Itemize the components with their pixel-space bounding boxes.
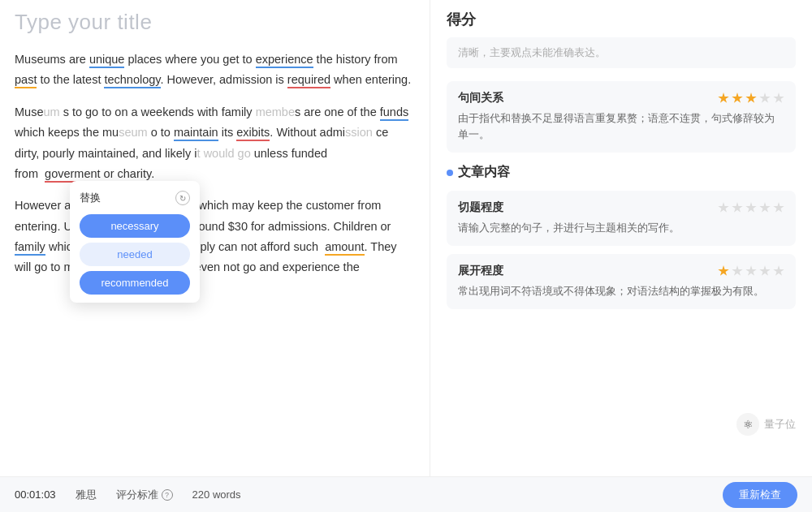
- watermark-text: 量子位: [764, 417, 796, 432]
- score-title: 得分: [447, 10, 796, 29]
- sentence-card: 句间关系 由于指代和替换不足显得语言重复累赘；语意不连贯，句式修辞较为单一。: [447, 81, 796, 153]
- title-input[interactable]: Type your title: [15, 10, 415, 35]
- relevance-card-desc: 请输入完整的句子，并进行与主题相关的写作。: [458, 220, 784, 236]
- development-stars: [718, 265, 784, 277]
- sentence-card-header: 句间关系: [458, 91, 784, 105]
- star-5: [773, 93, 784, 104]
- rel-star-2: [732, 202, 743, 213]
- replace-option-necessary[interactable]: necessary: [80, 214, 190, 238]
- score-feedback: 清晰，主要观点未能准确表达。: [447, 37, 796, 68]
- watermark: ⚛ 量子位: [736, 413, 796, 436]
- rel-star-4: [759, 202, 771, 213]
- sentence-card-desc: 由于指代和替换不足显得语言重复累赘；语意不连贯，句式修辞较为单一。: [458, 110, 784, 143]
- development-card-header: 展开程度: [458, 264, 784, 278]
- word-family[interactable]: family: [15, 240, 45, 256]
- word-count-label: 220 words: [192, 488, 241, 501]
- word-past[interactable]: past: [15, 73, 37, 88]
- essay-content[interactable]: Museums are unique places where you get …: [15, 49, 415, 278]
- word-amount[interactable]: amount: [325, 240, 364, 256]
- relevance-card-title: 切题程度: [458, 200, 503, 215]
- replace-option-recommended[interactable]: recommended: [80, 271, 190, 295]
- rel-star-5: [773, 202, 784, 213]
- paragraph-1: Museums are unique places where you get …: [15, 49, 415, 91]
- article-dot: [447, 170, 453, 176]
- dev-star-2: [732, 265, 743, 277]
- timer-display: 00:01:03: [15, 488, 56, 501]
- relevance-stars: [718, 202, 784, 213]
- article-section-title: 文章内容: [447, 164, 796, 181]
- editor-panel: Type your title Museums are unique place…: [0, 0, 430, 476]
- sentence-card-title: 句间关系: [458, 91, 503, 105]
- replace-popup: 替换 ↻ necessary needed recommended: [70, 181, 200, 303]
- dev-star-3: [745, 265, 757, 277]
- word-experience[interactable]: experience: [256, 53, 313, 68]
- relevance-card: 切题程度 请输入完整的句子，并进行与主题相关的写作。: [447, 191, 796, 246]
- star-2: [732, 93, 743, 104]
- development-card: 展开程度 常出现用词不符语境或不得体现象；对语法结构的掌握极为有限。: [447, 254, 796, 309]
- popup-header: 替换 ↻: [80, 189, 190, 208]
- replace-option-needed[interactable]: needed: [80, 243, 190, 266]
- relevance-card-header: 切题程度: [458, 200, 784, 215]
- star-3: [745, 93, 757, 104]
- recheck-button[interactable]: 重新检查: [723, 482, 797, 508]
- bottom-bar: 00:01:03 雅思 评分标准 ? 220 words 重新检查: [0, 476, 812, 512]
- word-funds[interactable]: funds: [380, 105, 408, 121]
- popup-close-button[interactable]: ↻: [175, 191, 190, 205]
- sentence-stars: [718, 93, 784, 104]
- rel-star-1: [718, 202, 729, 213]
- watermark-logo: ⚛: [736, 413, 759, 436]
- word-required[interactable]: required: [287, 73, 330, 88]
- development-card-desc: 常出现用词不符语境或不得体现象；对语法结构的掌握极为有限。: [458, 283, 784, 299]
- dev-star-4: [759, 265, 771, 277]
- popup-title: 替换: [80, 189, 101, 208]
- dev-star-5: [773, 265, 784, 277]
- exam-type-label: 雅思: [76, 488, 97, 502]
- paragraph-2: Museum s to go to on a weekends with fam…: [15, 102, 415, 185]
- rel-star-3: [745, 202, 757, 213]
- star-4: [759, 93, 771, 104]
- word-unique[interactable]: unique: [89, 53, 125, 68]
- word-exibits[interactable]: exibits: [236, 126, 270, 141]
- article-section: 文章内容 切题程度 请输入完整的句子，并进行与主题相关的写作。: [447, 164, 796, 309]
- dev-star-1: [718, 265, 729, 277]
- criteria-label[interactable]: 评分标准 ?: [116, 488, 173, 502]
- word-technology[interactable]: technology: [104, 73, 160, 88]
- watermark-icon: ⚛: [743, 418, 754, 431]
- development-card-title: 展开程度: [458, 264, 503, 278]
- score-panel: 得分 清晰，主要观点未能准确表达。 句间关系 由于指代和替换不足显得语言重复累赘…: [430, 0, 812, 476]
- star-1: [718, 93, 729, 104]
- word-maintain[interactable]: maintain: [174, 126, 218, 141]
- info-icon[interactable]: ?: [162, 489, 173, 501]
